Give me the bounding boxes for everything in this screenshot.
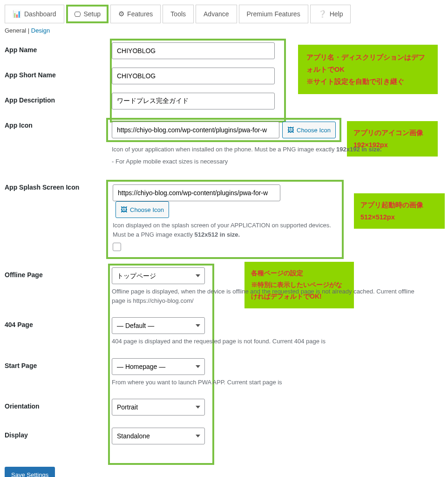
app-name-input[interactable] <box>112 42 275 59</box>
help-text: 404 page is displayed and the requested … <box>112 337 443 346</box>
image-icon: 🖼 <box>287 126 294 134</box>
tab-premium[interactable]: Premium Features <box>239 5 308 23</box>
label-app-description: App Description <box>5 93 112 104</box>
tab-label: Setup <box>84 10 101 18</box>
tab-dashboard[interactable]: 📊Dashboard <box>5 5 64 23</box>
display-select[interactable]: Standalone <box>112 428 205 444</box>
choose-icon-button[interactable]: 🖼Choose Icon <box>282 122 336 138</box>
app-icon-input[interactable] <box>112 122 279 138</box>
tab-label: Tools <box>170 10 186 18</box>
label-display: Display <box>5 428 112 439</box>
label-app-short-name: App Short Name <box>5 68 112 79</box>
help-text: - For Apple mobile exact sizes is necess… <box>112 157 443 166</box>
tab-setup[interactable]: 🖵Setup <box>66 5 109 23</box>
label-app-name: App Name <box>5 42 112 54</box>
tab-label: Features <box>127 10 153 18</box>
setup-icon: 🖵 <box>74 10 81 18</box>
tab-label: Advance <box>204 10 229 18</box>
start-page-select[interactable]: — Homepage — <box>112 358 205 375</box>
gear-icon: ⚙ <box>118 10 124 18</box>
help-text: Offline page is displayed, when the devi… <box>112 287 424 305</box>
404-page-select[interactable]: — Default — <box>112 317 205 334</box>
app-short-name-input[interactable] <box>112 68 275 84</box>
splash-icon-input[interactable] <box>113 184 280 201</box>
label-offline-page: Offline Page <box>5 267 112 279</box>
tab-label: Help <box>330 10 343 18</box>
label-start-page: Start Page <box>5 358 112 369</box>
orientation-select[interactable]: Portrait <box>112 399 205 416</box>
image-icon: 🖼 <box>121 206 127 213</box>
separator: | <box>26 27 31 34</box>
highlight-box-splash: 🖼Choose Icon Icon displayed on the splas… <box>106 180 344 259</box>
label-404-page: 404 Page <box>5 317 112 328</box>
label-orientation: Orientation <box>5 399 112 410</box>
label-app-icon: App Icon <box>5 118 112 129</box>
tab-features[interactable]: ⚙Features <box>110 5 161 23</box>
nav-tabs: 📊Dashboard 🖵Setup ⚙Features Tools Advanc… <box>5 5 443 23</box>
tab-label: Dashboard <box>24 10 56 18</box>
help-text: From where you want to launch PWA APP. C… <box>112 378 443 387</box>
help-text: Icon of your application when installed … <box>112 145 443 154</box>
subtab-design[interactable]: Design <box>31 27 50 34</box>
highlight-box-icon: 🖼Choose Icon <box>106 118 341 142</box>
sub-tabs: General | Design <box>5 27 443 34</box>
tab-label: Premium Features <box>247 10 300 18</box>
help-icon: ❔ <box>318 10 327 18</box>
button-label: Choose Icon <box>297 127 331 134</box>
label-splash-icon: App Splash Screen Icon <box>5 180 112 191</box>
choose-splash-button[interactable]: 🖼Choose Icon <box>115 201 169 218</box>
splash-checkbox[interactable] <box>113 243 121 251</box>
offline-page-select[interactable]: トップページ <box>112 267 205 284</box>
tab-advance[interactable]: Advance <box>196 5 237 23</box>
tab-help[interactable]: ❔Help <box>310 5 351 23</box>
button-label: Choose Icon <box>130 206 164 213</box>
app-description-input[interactable] <box>112 93 275 109</box>
dashboard-icon: 📊 <box>13 10 21 18</box>
help-text: Icon displayed on the splash screen of y… <box>113 221 337 239</box>
tab-tools[interactable]: Tools <box>163 5 194 23</box>
subtab-general[interactable]: General <box>5 27 26 34</box>
save-settings-button[interactable]: Save Settings <box>5 467 55 477</box>
